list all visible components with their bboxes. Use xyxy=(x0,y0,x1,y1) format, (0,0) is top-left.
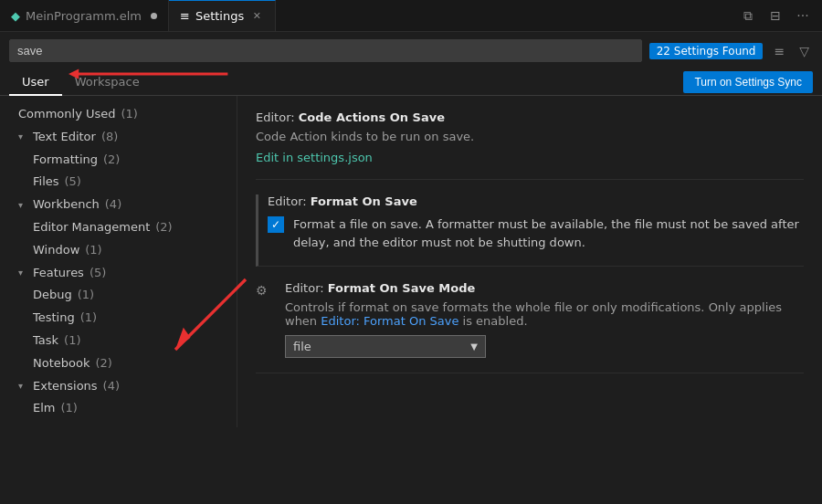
checkbox-label: Format a file on save. A formatter must … xyxy=(293,215,804,251)
sidebar-item-count: (2) xyxy=(155,218,172,237)
dropdown-arrow-icon: ▼ xyxy=(470,341,478,352)
setting-format-on-save: Editor: Format On Save ✓ Format a file o… xyxy=(256,194,804,267)
main-content: Commonly Used (1) ▾ Text Editor (8) Form… xyxy=(0,96,822,427)
user-tab-label: User xyxy=(22,75,49,89)
collapse-icon: ▾ xyxy=(18,130,29,144)
settings-tab[interactable]: ≡ Settings ✕ xyxy=(169,0,276,31)
sidebar-item-testing[interactable]: Testing (1) xyxy=(0,307,237,330)
sync-button[interactable]: Turn on Settings Sync xyxy=(683,71,813,93)
setting-title: Editor: Code Actions On Save xyxy=(256,110,804,124)
format-on-save-checkbox[interactable]: ✓ xyxy=(268,216,284,233)
sidebar-item-elm[interactable]: Elm (1) xyxy=(0,397,237,420)
sidebar-item-count: (4) xyxy=(103,377,120,396)
file-tab-label: MeinProgramm.elm xyxy=(26,9,142,23)
sidebar-item-label: Workbench xyxy=(33,195,100,215)
sidebar-item-count: (2) xyxy=(103,151,120,170)
sidebar-item-text-editor[interactable]: ▾ Text Editor (8) xyxy=(0,126,237,149)
settings-nav-tabs: User Workspace Turn on Settings Sync xyxy=(0,69,822,96)
setting-title: Editor: Format On Save xyxy=(268,194,804,208)
sidebar-item-label: Editor Management xyxy=(33,218,150,237)
collapse-icon: ▾ xyxy=(18,266,29,280)
sidebar-item-count: (5) xyxy=(65,173,81,192)
sidebar-item-files[interactable]: Files (5) xyxy=(0,171,237,194)
sort-icon[interactable]: ≡ xyxy=(770,42,788,60)
setting-body: Editor: Format On Save Mode Controls if … xyxy=(285,281,804,358)
sidebar-item-notebook[interactable]: Notebook (2) xyxy=(0,352,237,375)
setting-code-actions-on-save: Editor: Code Actions On Save Code Action… xyxy=(256,110,804,180)
settings-found-badge: 22 Settings Found xyxy=(649,43,764,59)
sidebar-item-count: (2) xyxy=(95,354,111,373)
search-input[interactable] xyxy=(9,39,642,62)
checkbox-row: ✓ Format a file on save. A formatter mus… xyxy=(268,215,804,251)
sidebar-item-label: Commonly Used xyxy=(18,105,116,124)
sidebar-item-count: (4) xyxy=(105,195,121,215)
sidebar-item-count: (1) xyxy=(78,286,94,305)
sidebar-item-label: Text Editor xyxy=(33,128,96,147)
sidebar-item-count: (1) xyxy=(80,309,97,328)
search-input-wrapper xyxy=(9,39,642,62)
setting-description: Controls if format on save formats the w… xyxy=(285,300,804,328)
sidebar-item-label: Task xyxy=(33,331,58,351)
sidebar-item-extensions[interactable]: ▾ Extensions (4) xyxy=(0,375,237,398)
workspace-tab-label: Workspace xyxy=(75,75,140,89)
sidebar-item-label: Features xyxy=(33,264,84,283)
sidebar-item-count: (1) xyxy=(64,331,80,351)
tab-bar: ◆ MeinProgramm.elm ≡ Settings ✕ ⧉ ⊟ ··· xyxy=(0,0,822,32)
sidebar-item-label: Debug xyxy=(33,286,72,305)
file-tab[interactable]: ◆ MeinProgramm.elm xyxy=(0,0,169,31)
format-on-save-mode-dropdown[interactable]: file ▼ xyxy=(285,335,486,358)
toggle-layout-button[interactable]: ⊟ xyxy=(765,5,785,26)
collapse-icon: ▾ xyxy=(18,379,29,394)
sidebar-item-debug[interactable]: Debug (1) xyxy=(0,284,237,307)
sidebar-item-count: (5) xyxy=(90,264,106,283)
workspace-tab[interactable]: Workspace xyxy=(62,69,153,96)
sidebar-item-count: (1) xyxy=(61,399,78,418)
user-tab[interactable]: User xyxy=(9,69,62,96)
sidebar-item-formatting[interactable]: Formatting (2) xyxy=(0,149,237,172)
format-on-save-inline-link[interactable]: Editor: Format On Save xyxy=(321,314,458,328)
setting-title: Editor: Format On Save Mode xyxy=(285,281,804,295)
sidebar-item-label: Formatting xyxy=(33,151,98,170)
file-tab-dot xyxy=(151,13,157,19)
settings-tab-close[interactable]: ✕ xyxy=(249,9,264,24)
more-actions-button[interactable]: ··· xyxy=(793,5,813,26)
sidebar-item-label: Extensions xyxy=(33,377,98,396)
split-editor-button[interactable]: ⧉ xyxy=(738,5,758,26)
sidebar-item-label: Testing xyxy=(33,309,75,328)
sidebar-item-count: (1) xyxy=(85,241,101,260)
sidebar-item-task[interactable]: Task (1) xyxy=(0,330,237,352)
setting-description: Code Action kinds to be run on save. xyxy=(256,130,804,143)
sidebar-item-count: (1) xyxy=(121,105,138,124)
setting-format-on-save-mode: ⚙ Editor: Format On Save Mode Controls i… xyxy=(256,281,804,373)
gear-icon[interactable]: ⚙ xyxy=(256,281,274,298)
settings-tab-label: Settings xyxy=(195,9,244,23)
filter-icon[interactable]: ▽ xyxy=(796,42,813,60)
sidebar-item-workbench[interactable]: ▾ Workbench (4) xyxy=(0,194,237,216)
sidebar-item-commonly-used[interactable]: Commonly Used (1) xyxy=(0,103,237,126)
file-tab-logo: ◆ xyxy=(11,9,20,23)
content-area: Editor: Code Actions On Save Code Action… xyxy=(237,96,822,427)
search-bar: 22 Settings Found ≡ ▽ xyxy=(0,32,822,69)
checkmark-icon: ✓ xyxy=(271,219,280,230)
tab-bar-actions: ⧉ ⊟ ··· xyxy=(738,5,822,26)
sidebar-item-label: Elm xyxy=(33,399,56,418)
sidebar-item-editor-management[interactable]: Editor Management (2) xyxy=(0,216,237,239)
sidebar: Commonly Used (1) ▾ Text Editor (8) Form… xyxy=(0,96,237,427)
app-window: ◆ MeinProgramm.elm ≡ Settings ✕ ⧉ ⊟ ··· … xyxy=(0,0,822,504)
sidebar-item-label: Notebook xyxy=(33,354,90,373)
edit-in-settings-json-link[interactable]: Edit in settings.json xyxy=(256,151,373,164)
sidebar-item-label: Files xyxy=(33,173,59,192)
sidebar-item-label: Window xyxy=(33,241,79,260)
collapse-icon: ▾ xyxy=(18,198,29,213)
sidebar-item-count: (8) xyxy=(101,128,118,147)
sidebar-item-window[interactable]: Window (1) xyxy=(0,239,237,262)
setting-with-gear: ⚙ Editor: Format On Save Mode Controls i… xyxy=(256,281,804,358)
dropdown-value: file xyxy=(293,340,470,353)
sidebar-item-features[interactable]: ▾ Features (5) xyxy=(0,262,237,285)
settings-tab-icon: ≡ xyxy=(180,9,190,23)
